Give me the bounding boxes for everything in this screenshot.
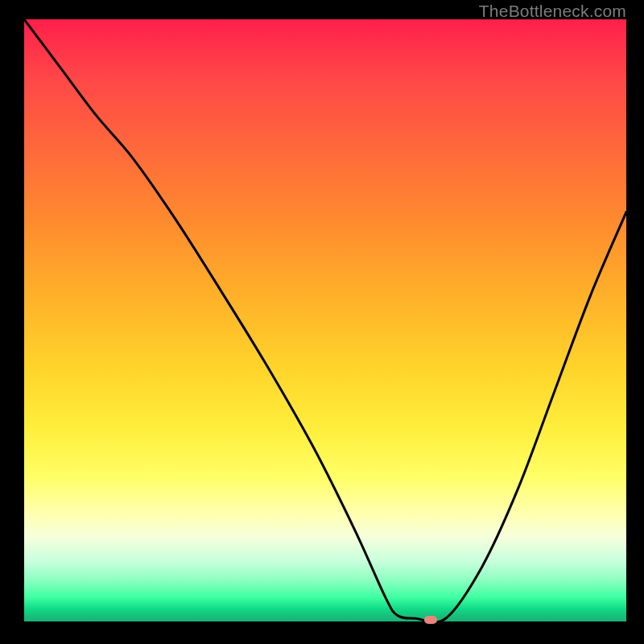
optimal-marker <box>424 616 437 624</box>
bottleneck-curve <box>24 19 626 621</box>
plot-area <box>24 19 626 621</box>
chart-frame: TheBottleneck.com <box>0 0 644 644</box>
watermark-text: TheBottleneck.com <box>479 2 626 21</box>
